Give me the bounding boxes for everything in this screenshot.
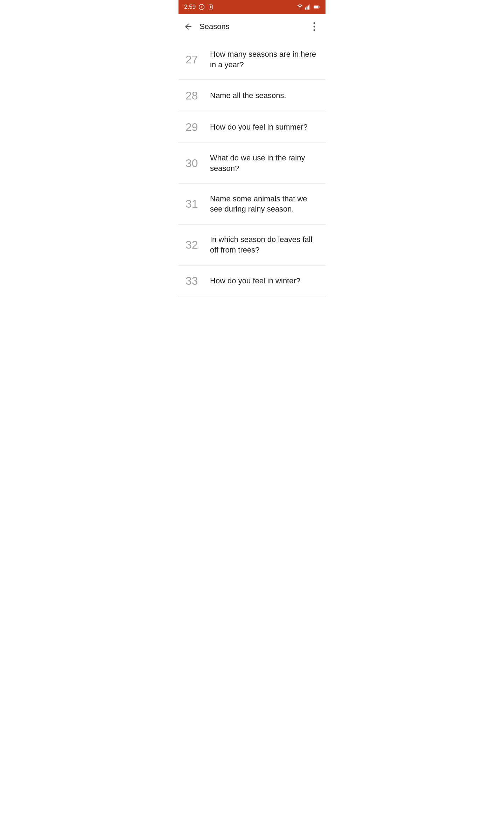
status-time: 2:59 <box>184 4 196 11</box>
question-number: 27 <box>186 54 210 65</box>
question-number: 28 <box>186 90 210 101</box>
svg-rect-8 <box>307 7 308 10</box>
list-item[interactable]: 30What do we use in the rainy season? <box>178 143 326 184</box>
svg-rect-12 <box>319 6 320 8</box>
question-number: 32 <box>186 239 210 250</box>
notification-icon: ! <box>198 4 205 10</box>
question-text: How many seasons are in here in a year? <box>210 49 318 70</box>
list-item[interactable]: 28Name all the seasons. <box>178 80 326 111</box>
svg-point-15 <box>314 26 315 28</box>
clipboard-icon <box>208 4 214 10</box>
question-text: What do we use in the rainy season? <box>210 153 318 173</box>
question-number: 31 <box>186 198 210 209</box>
svg-rect-13 <box>314 6 318 8</box>
question-text: How do you feel in summer? <box>210 122 318 132</box>
list-item[interactable]: 31Name some animals that we see during r… <box>178 184 326 224</box>
question-text: How do you feel in winter? <box>210 276 318 286</box>
status-bar-right <box>297 4 320 10</box>
svg-rect-2 <box>209 5 212 9</box>
question-text: Name all the seasons. <box>210 90 318 101</box>
list-item[interactable]: 32In which season do leaves fall off fro… <box>178 224 326 265</box>
question-text: In which season do leaves fall off from … <box>210 234 318 255</box>
battery-icon <box>314 4 320 10</box>
question-list: 27How many seasons are in here in a year… <box>178 39 326 297</box>
svg-point-16 <box>314 29 315 31</box>
question-number: 30 <box>186 158 210 169</box>
question-text: Name some animals that we see during rai… <box>210 194 318 214</box>
question-number: 29 <box>186 122 210 133</box>
svg-rect-3 <box>210 5 211 6</box>
list-item[interactable]: 33How do you feel in winter? <box>178 265 326 297</box>
question-number: 33 <box>186 275 210 286</box>
svg-point-6 <box>300 8 300 9</box>
list-item[interactable]: 27How many seasons are in here in a year… <box>178 39 326 80</box>
back-button[interactable] <box>180 18 197 35</box>
svg-rect-9 <box>308 6 309 10</box>
signal-icon <box>305 4 312 10</box>
more-options-button[interactable] <box>306 18 323 35</box>
status-bar-left: 2:59 ! <box>184 4 214 11</box>
page-title: Seasons <box>197 22 306 31</box>
app-bar: Seasons <box>178 14 326 39</box>
status-bar: 2:59 ! <box>178 0 326 14</box>
svg-rect-7 <box>305 8 306 10</box>
list-item[interactable]: 29How do you feel in summer? <box>178 111 326 143</box>
wifi-icon <box>297 4 303 10</box>
svg-text:!: ! <box>201 5 202 9</box>
svg-point-14 <box>314 22 315 24</box>
svg-rect-10 <box>309 5 310 10</box>
